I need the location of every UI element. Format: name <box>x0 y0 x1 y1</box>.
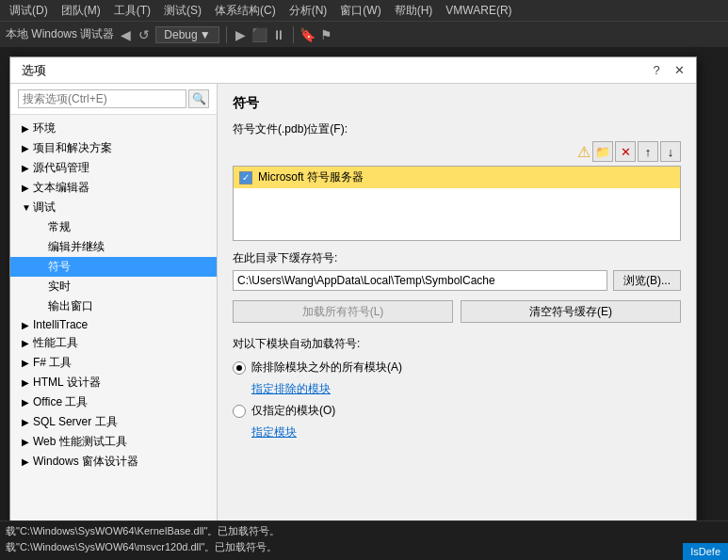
radio-group: 除排除模块之外的所有模块(A) 指定排除的模块 仅指定的模块(O) 指定模块 <box>233 360 681 440</box>
cache-path-input[interactable] <box>233 270 607 291</box>
tree-item[interactable]: 性能工具 <box>10 333 217 353</box>
tree-item[interactable]: 调试 <box>10 198 217 217</box>
tree-item[interactable]: 输出窗口 <box>10 296 217 316</box>
tree-item-label: 实时 <box>48 279 209 295</box>
up-btn[interactable]: ↑ <box>638 141 658 162</box>
refresh-icon[interactable]: ↺ <box>137 27 152 42</box>
search-button[interactable]: 🔍 <box>188 89 209 108</box>
clear-cache-btn[interactable]: 清空符号缓存(E) <box>461 300 681 323</box>
menu-test[interactable]: 测试(S) <box>158 1 207 21</box>
menu-tools[interactable]: 工具(T) <box>108 1 156 21</box>
tree-item-label: 编辑并继续 <box>48 239 209 255</box>
tree-item[interactable]: 编辑并继续 <box>10 237 217 257</box>
status-bottom-text: IsDefe <box>690 546 720 557</box>
tree-item[interactable]: 实时 <box>10 277 217 296</box>
radio-all-modules[interactable]: 除排除模块之外的所有模块(A) <box>233 360 681 376</box>
step-icon[interactable]: ⬛ <box>252 27 267 42</box>
left-panel: 🔍 环境项目和解决方案源代码管理文本编辑器调试常规编辑并继续符号实时输出窗口In… <box>10 84 218 524</box>
search-input[interactable] <box>18 89 186 108</box>
tree-arrow-icon <box>22 143 33 153</box>
tree-item[interactable]: 源代码管理 <box>10 158 217 178</box>
tree-item[interactable]: 常规 <box>10 217 217 237</box>
section-title: 符号 <box>233 95 681 112</box>
tree-item-label: 源代码管理 <box>33 160 209 176</box>
symbol-list-item[interactable]: Microsoft 符号服务器 <box>234 167 680 188</box>
tree-item[interactable]: Windows 窗体设计器 <box>10 452 217 472</box>
down-btn[interactable]: ↓ <box>660 141 681 162</box>
dialog-title: 选项 <box>22 62 46 79</box>
specify-link[interactable]: 指定模块 <box>251 424 681 440</box>
main-area: 选项 ? ✕ 🔍 环境项目和解决方案源代码管理文本编辑器调试常规编辑并继续符号实 <box>0 47 728 560</box>
bookmark-icon[interactable]: 🔖 <box>300 27 315 42</box>
flag-icon[interactable]: ⚑ <box>319 27 334 42</box>
load-all-btn[interactable]: 加载所有符号(L) <box>233 300 453 323</box>
symbol-list[interactable]: Microsoft 符号服务器 <box>233 166 681 241</box>
menu-arch[interactable]: 体系结构(C) <box>209 1 282 21</box>
dialog-body: 🔍 环境项目和解决方案源代码管理文本编辑器调试常规编辑并继续符号实时输出窗口In… <box>10 84 696 524</box>
tree-item-label: 文本编辑器 <box>33 180 209 196</box>
radio-specified-modules[interactable]: 仅指定的模块(O) <box>233 403 681 419</box>
tree-arrow-icon <box>22 320 33 330</box>
help-button[interactable]: ? <box>647 61 666 80</box>
tree-item[interactable]: 环境 <box>10 119 217 138</box>
tree-item-label: 环境 <box>33 120 209 136</box>
tree-arrow-icon <box>22 123 33 134</box>
tree-item[interactable]: Office 工具 <box>10 392 217 412</box>
menu-help[interactable]: 帮助(H) <box>389 1 439 21</box>
tree-item-label: 性能工具 <box>33 335 209 351</box>
toolbar: 本地 Windows 调试器 ◀ ↺ Debug ▼ ▶ ⬛ ⏸ 🔖 ⚑ <box>0 21 728 47</box>
dialog-overlay: 选项 ? ✕ 🔍 环境项目和解决方案源代码管理文本编辑器调试常规编辑并继续符号实 <box>0 47 728 560</box>
tree-item-label: 符号 <box>48 259 209 275</box>
tree-item[interactable]: 符号 <box>10 257 217 277</box>
tree-item-label: Windows 窗体设计器 <box>33 454 209 470</box>
tree-item[interactable]: HTML 设计器 <box>10 373 217 392</box>
toolbar-separator <box>226 26 227 43</box>
play-icon[interactable]: ▶ <box>234 27 249 42</box>
tree-item[interactable]: SQL Server 工具 <box>10 412 217 432</box>
tree-item[interactable]: Web 性能测试工具 <box>10 432 217 452</box>
debugger-label: 本地 Windows 调试器 <box>6 26 114 42</box>
exclude-link[interactable]: 指定排除的模块 <box>251 381 681 397</box>
dialog-controls: ? ✕ <box>647 61 688 80</box>
radio-specified-circle <box>233 405 246 418</box>
browse-button[interactable]: 浏览(B)... <box>613 270 681 291</box>
tree-item-label: 调试 <box>33 200 209 216</box>
tree-item-label: Office 工具 <box>33 394 209 410</box>
tree-item[interactable]: 项目和解决方案 <box>10 138 217 158</box>
close-button[interactable]: ✕ <box>670 61 688 80</box>
status-line-1: 载"C:\Windows\SysWOW64\KernelBase.dll"。已加… <box>6 523 722 539</box>
tree-item-label: SQL Server 工具 <box>33 414 209 430</box>
radio-all-circle <box>233 361 246 375</box>
tree-item[interactable]: IntelliTrace <box>10 316 217 333</box>
chevron-down-icon: ▼ <box>200 28 211 41</box>
break-icon[interactable]: ⏸ <box>271 27 286 42</box>
debug-config-btn[interactable]: Debug ▼ <box>155 26 218 43</box>
menu-vmware[interactable]: VMWARE(R) <box>440 2 517 19</box>
menu-window[interactable]: 窗口(W) <box>334 1 386 21</box>
tree-arrow-icon <box>22 377 33 388</box>
toolbar-separator2 <box>293 26 294 43</box>
tree-item-label: Web 性能测试工具 <box>33 434 209 450</box>
symbol-path-toolbar: ⚠ 📁 ✕ ↑ ↓ <box>233 141 681 162</box>
cache-label: 在此目录下缓存符号: <box>233 250 681 266</box>
radio-specified-label: 仅指定的模块(O) <box>251 403 335 419</box>
tree-arrow-icon <box>22 338 33 348</box>
tree-item[interactable]: F# 工具 <box>10 353 217 373</box>
menu-analyze[interactable]: 分析(N) <box>283 1 333 21</box>
right-panel: 符号 符号文件(.pdb)位置(F): ⚠ 📁 ✕ ↑ ↓ M <box>218 84 696 524</box>
warning-icon: ⚠ <box>577 143 590 161</box>
folder-icon-btn[interactable]: 📁 <box>592 141 613 162</box>
status-bottom-bar: IsDefe <box>683 543 728 560</box>
tree-area: 环境项目和解决方案源代码管理文本编辑器调试常规编辑并继续符号实时输出窗口Inte… <box>10 115 217 524</box>
back-icon[interactable]: ◀ <box>118 27 133 42</box>
symbol-checkbox[interactable] <box>239 171 252 184</box>
tree-arrow-icon <box>22 417 33 427</box>
tree-item[interactable]: 文本编辑器 <box>10 178 217 198</box>
menu-debug[interactable]: 调试(D) <box>4 1 54 21</box>
delete-btn[interactable]: ✕ <box>615 141 636 162</box>
dialog-titlebar: 选项 ? ✕ <box>10 57 696 84</box>
options-dialog: 选项 ? ✕ 🔍 环境项目和解决方案源代码管理文本编辑器调试常规编辑并继续符号实 <box>9 56 697 560</box>
menu-team[interactable]: 团队(M) <box>56 1 106 21</box>
tree-item-label: F# 工具 <box>33 355 209 371</box>
tree-arrow-icon <box>22 163 33 173</box>
